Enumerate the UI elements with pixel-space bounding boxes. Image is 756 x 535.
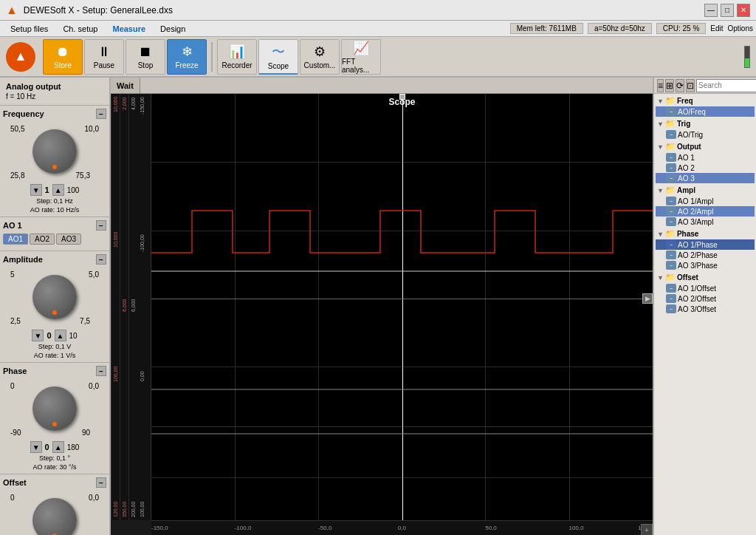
- tree-group-phase-header[interactable]: ▼ 📁 Phase: [656, 228, 755, 239]
- close-button[interactable]: ✕: [737, 4, 750, 17]
- tree-group-output-label: Output: [677, 143, 701, 151]
- frequency-section: Frequency − 50,5 10,0 25,8 75,3 ▼ 1 ▲ 10…: [0, 106, 109, 217]
- x-tick-5: 100,0: [569, 525, 584, 531]
- tree-group-ampl-header[interactable]: ▼ 📁 Ampl: [656, 185, 755, 196]
- rp-icon-4[interactable]: ⊡: [686, 79, 695, 92]
- zoom-button[interactable]: +: [641, 524, 653, 535]
- phase-knob-dot: [52, 422, 57, 426]
- options-button[interactable]: Options: [728, 24, 753, 33]
- ao3-offset-ch-icon: ~: [666, 304, 676, 313]
- tree-item-ao1-offset[interactable]: ~ AO 1/Offset: [656, 283, 755, 293]
- phase-folder-icon: 📁: [665, 229, 676, 239]
- tree-item-ao1[interactable]: ~ AO 1: [656, 152, 755, 163]
- edit-button[interactable]: Edit: [710, 24, 723, 33]
- rp-icon-2[interactable]: ⊞: [665, 79, 674, 92]
- scope-plot[interactable]: Scope: [151, 94, 653, 520]
- ao1-tab[interactable]: AO1: [3, 234, 28, 245]
- pause-button[interactable]: ⏸ Pause: [84, 39, 124, 75]
- ao-trig-ch-icon: ~: [666, 130, 676, 139]
- stop-button[interactable]: ⏹ Stop: [126, 39, 165, 75]
- menu-design[interactable]: Design: [153, 23, 193, 35]
- amp-up-btn[interactable]: ▲: [55, 330, 66, 341]
- freq-down-btn[interactable]: ▼: [30, 184, 42, 196]
- tree-group-output-header[interactable]: ▼ 📁 Output: [656, 141, 755, 152]
- freq-up-btn[interactable]: ▲: [52, 184, 64, 196]
- tree-group-trig-header[interactable]: ▼ 📁 Trig: [656, 118, 755, 129]
- menu-ch-setup[interactable]: Ch. setup: [55, 23, 105, 35]
- freq-knob-bl: 25,8: [10, 171, 24, 180]
- tree-group-offset-label: Offset: [677, 273, 698, 282]
- ao1-ampl-label: AO 1/Ampl: [678, 197, 713, 205]
- offset-knob[interactable]: [32, 498, 77, 535]
- phase-knob-br: 90: [82, 429, 90, 437]
- amplitude-header[interactable]: Amplitude −: [3, 254, 106, 265]
- frequency-header[interactable]: Frequency −: [3, 109, 106, 119]
- ao3-label: AO 3: [678, 174, 695, 183]
- amplitude-knob[interactable]: [32, 275, 77, 319]
- phase-header[interactable]: Phase −: [3, 366, 106, 376]
- ao3-offset-label: AO 3/Offset: [678, 305, 716, 313]
- tree-item-ao1-ampl[interactable]: ~ AO 1/Ampl: [656, 196, 755, 206]
- freq-knob-br: 75,3: [76, 171, 90, 180]
- fft-button[interactable]: 📈 FFT analys...: [341, 39, 381, 75]
- frequency-collapse[interactable]: −: [96, 109, 106, 119]
- phase-collapse[interactable]: −: [96, 366, 106, 376]
- search-input[interactable]: [696, 79, 756, 92]
- tree-item-ao2-ampl[interactable]: ~ AO 2/Ampl: [656, 206, 755, 217]
- tree-item-ao2[interactable]: ~ AO 2: [656, 163, 755, 173]
- tree-group-offset-header[interactable]: ▼ 📁 Offset: [656, 272, 755, 283]
- ao-section: AO 1 − AO1 AO2 AO3: [0, 217, 109, 251]
- scope-button[interactable]: 〜 Scope: [258, 39, 298, 75]
- main-layout: Analog output f = 10 Hz Frequency − 50,5…: [0, 78, 756, 535]
- phase-right-val: 180: [67, 443, 80, 451]
- freeze-button[interactable]: ❄ Freeze: [167, 39, 207, 75]
- recorder-button[interactable]: 📊 Recorder: [217, 39, 257, 75]
- custom-button[interactable]: ⚙ Custom...: [300, 39, 340, 75]
- tree-group-output: ▼ 📁 Output ~ AO 1 ~ AO 2 ~ AO 3: [656, 141, 755, 183]
- offset-collapse[interactable]: −: [96, 477, 106, 488]
- tree-item-ao2-phase[interactable]: ~ AO 2/Phase: [656, 250, 755, 260]
- tree-group-trig: ▼ 📁 Trig ~ AO/Trig: [656, 118, 755, 140]
- tree-item-ao1-phase[interactable]: ~ AO 1/Phase: [656, 239, 755, 250]
- amplitude-collapse[interactable]: −: [96, 254, 106, 265]
- offset-expand-arrow: ▼: [657, 274, 664, 282]
- phase-down-btn[interactable]: ▼: [30, 441, 42, 453]
- scope-edge-handle[interactable]: ▶: [642, 293, 653, 304]
- tree-item-ao3-offset[interactable]: ~ AO 3/Offset: [656, 304, 755, 314]
- menu-setup-files[interactable]: Setup files: [3, 23, 55, 35]
- tree-item-ao-freq[interactable]: ~ AO/Freq: [656, 106, 755, 117]
- freq-stepper-row: ▼ 1 ▲ 100: [3, 184, 106, 196]
- center-area: Wait 120,00 100,00 10,000 10,000 350,00 …: [111, 78, 653, 535]
- minimize-button[interactable]: —: [704, 4, 718, 17]
- store-button[interactable]: ⏺ Store: [43, 39, 83, 75]
- freq-expand-arrow: ▼: [657, 98, 664, 105]
- tree-item-ao-trig[interactable]: ~ AO/Trig: [656, 129, 755, 140]
- ao3-tab[interactable]: AO3: [56, 234, 81, 245]
- amplitude-knob-area: 5 5,0 2,5 7,5: [10, 268, 99, 327]
- offset-header[interactable]: Offset −: [3, 477, 106, 488]
- output-folder-icon: 📁: [665, 142, 676, 151]
- tree-item-ao3[interactable]: ~ AO 3: [656, 173, 755, 183]
- fft-icon: 📈: [353, 40, 369, 56]
- tree-group-freq-header[interactable]: ▼ 📁 Freq: [656, 95, 755, 106]
- tree-item-ao3-ampl[interactable]: ~ AO 3/Ampl: [656, 217, 755, 227]
- ao-collapse[interactable]: −: [96, 220, 106, 231]
- x-axis-bar: -150,0 -100,0 -50,0 0,0 50,0 100,0 150,0…: [151, 520, 653, 535]
- tree-item-ao3-phase[interactable]: ~ AO 3/Phase: [656, 260, 755, 270]
- ao2-ampl-label: AO 2/Ampl: [678, 208, 713, 216]
- channel-tree: ▼ 📁 Freq ~ AO/Freq ▼ 📁 Trig ~ AO: [654, 94, 756, 535]
- tree-item-ao2-offset[interactable]: ~ AO 2/Offset: [656, 293, 755, 304]
- maximize-button[interactable]: □: [721, 4, 734, 17]
- rp-icon-3[interactable]: ⟳: [676, 79, 684, 92]
- rp-icon-1[interactable]: ≡: [657, 79, 664, 92]
- frequency-knob[interactable]: [32, 129, 77, 174]
- ao2-ampl-ch-icon: ~: [666, 207, 676, 216]
- menu-measure[interactable]: Measure: [105, 23, 153, 35]
- phase-up-btn[interactable]: ▲: [52, 441, 64, 453]
- phase-knob[interactable]: [32, 386, 77, 431]
- amp-down-btn[interactable]: ▼: [32, 330, 44, 341]
- cursor-top-marker[interactable]: [399, 94, 405, 100]
- ampl-expand-arrow: ▼: [657, 187, 664, 194]
- grid-v-5: [569, 94, 570, 520]
- ao2-tab[interactable]: AO2: [30, 234, 55, 245]
